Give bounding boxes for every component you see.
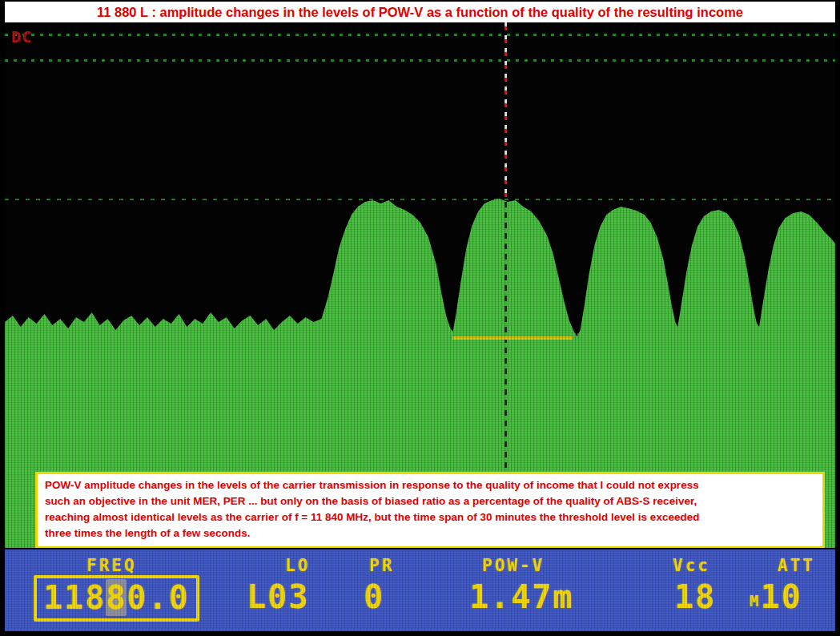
att-label: ATT bbox=[778, 556, 815, 575]
annotation-line: such an objective in the unit MER, PER .… bbox=[45, 493, 815, 509]
pr-label: PR bbox=[369, 556, 394, 575]
crt-screen: 11 880 L : amplitude changes in the leve… bbox=[0, 0, 840, 636]
att-prefix: M bbox=[750, 592, 758, 610]
powv-label: POW-V bbox=[482, 556, 545, 575]
spectrum-trace bbox=[5, 22, 835, 548]
lo-label: LO bbox=[285, 556, 310, 575]
vcc-label: Vcc bbox=[673, 556, 710, 575]
frequency-digits: 118 bbox=[43, 579, 106, 616]
spectrum-display: DC POW-V amplitude changes in the levels… bbox=[5, 22, 835, 548]
att-number: 10 bbox=[760, 578, 802, 615]
status-bar: FREQ LO PR POW-V Vcc ATT 11880.0 L03 0 1… bbox=[5, 549, 835, 631]
annotation-line: POW-V amplitude changes in the levels of… bbox=[45, 477, 815, 493]
frequency-readout: 11880.0 bbox=[34, 575, 199, 622]
title-banner: 11 880 L : amplitude changes in the leve… bbox=[5, 2, 835, 22]
level-marker-line bbox=[452, 336, 573, 340]
annotation-line: reaching almost identical levels as the … bbox=[45, 509, 815, 525]
lo-value: L03 bbox=[247, 578, 309, 615]
pr-value: 0 bbox=[364, 578, 384, 615]
powv-value: 1.47m bbox=[469, 578, 573, 615]
page-title: 11 880 L : amplitude changes in the leve… bbox=[97, 5, 743, 20]
att-value: M10 bbox=[750, 578, 802, 615]
frequency-cursor-digit: 8 bbox=[106, 579, 127, 616]
vcc-value: 18 bbox=[674, 578, 716, 615]
frequency-digits: 0.0 bbox=[127, 579, 189, 616]
freq-label: FREQ bbox=[86, 556, 137, 575]
annotation-box: POW-V amplitude changes in the levels of… bbox=[35, 472, 825, 548]
dc-indicator: DC bbox=[11, 27, 32, 46]
center-frequency-marker-line bbox=[504, 22, 507, 202]
annotation-line: three times the length of a few seconds. bbox=[45, 525, 815, 541]
